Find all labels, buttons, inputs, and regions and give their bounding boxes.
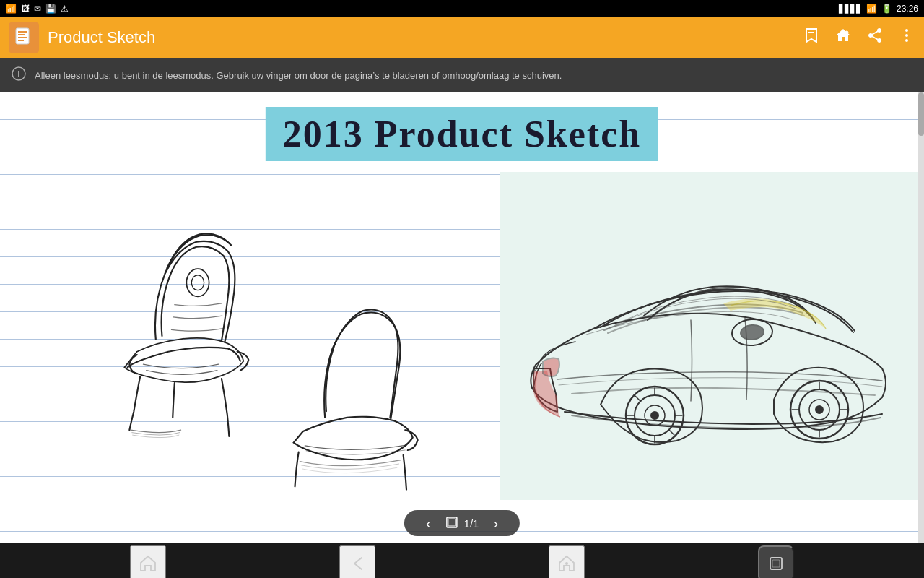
mail-icon: ✉: [34, 4, 41, 14]
app-icon[interactable]: [9, 22, 39, 53]
svg-rect-35: [448, 519, 456, 526]
recents-button[interactable]: [758, 545, 794, 578]
home-outline-button[interactable]: [130, 545, 166, 578]
doc-icon: [13, 27, 35, 48]
status-bar: 📶 🖼 ✉ 💾 ⚠ ▋▋▋▋ 📶 🔋 23:26: [0, 0, 924, 17]
scroll-thumb[interactable]: [918, 92, 924, 136]
svg-rect-2: [18, 34, 25, 35]
home-share-icon[interactable]: [834, 27, 852, 48]
title-highlight: 2013 Product Sketch: [266, 107, 658, 161]
prev-page-button[interactable]: ‹: [419, 514, 438, 532]
left-sketch: [0, 172, 500, 500]
warning-icon: ⚠: [61, 4, 69, 14]
svg-point-13: [191, 275, 204, 290]
svg-rect-1: [18, 31, 27, 33]
svg-rect-4: [18, 40, 24, 41]
title-section: 2013 Product Sketch: [266, 107, 658, 161]
svg-line-27: [669, 430, 674, 435]
drive-icon: 💾: [45, 4, 56, 14]
gallery-icon: 🖼: [21, 4, 30, 14]
status-left: 📶 🖼 ✉ 💾 ⚠: [6, 4, 69, 14]
svg-point-8: [905, 34, 908, 37]
info-bar: i Alleen leesmodus: u bent in de leesmod…: [0, 58, 924, 92]
toolbar-actions: [803, 27, 915, 48]
main-content: 2013 Product Sketch: [0, 92, 924, 543]
status-right: ▋▋▋▋ 📶 🔋 23:26: [839, 4, 918, 14]
page-icon: [445, 516, 458, 531]
signal-strength-icon: ▋▋▋▋: [839, 4, 862, 14]
share-icon[interactable]: [866, 27, 884, 48]
page-number: 1/1: [464, 517, 479, 530]
page-title: 2013 Product Sketch: [283, 113, 641, 155]
svg-point-17: [651, 412, 658, 419]
svg-point-36: [565, 562, 568, 565]
bookmark-icon[interactable]: [803, 27, 820, 48]
svg-text:i: i: [17, 69, 19, 79]
toolbar-title: Product Sketch: [48, 28, 794, 47]
svg-line-26: [635, 396, 640, 401]
svg-point-21: [816, 406, 823, 413]
wifi-icon: 📶: [866, 4, 877, 14]
sketches-area: [0, 172, 918, 500]
svg-point-7: [905, 29, 908, 32]
scroll-bar[interactable]: [918, 92, 924, 543]
chair-sketch-svg: [7, 179, 492, 493]
battery-icon: 🔋: [881, 4, 892, 14]
home-button[interactable]: [549, 545, 585, 578]
svg-point-33: [740, 324, 764, 341]
page-navigator[interactable]: ‹ 1/1 ›: [404, 510, 520, 536]
notebook-area: 2013 Product Sketch: [0, 92, 924, 543]
page-info: 1/1: [438, 516, 487, 531]
bottom-nav-bar: [0, 543, 924, 578]
app-toolbar: Product Sketch: [0, 17, 924, 58]
next-page-button[interactable]: ›: [486, 514, 505, 532]
svg-rect-38: [772, 560, 780, 567]
readonly-message: Alleen leesmodus: u bent in de leesmodus…: [35, 70, 562, 81]
svg-point-6: [845, 31, 848, 34]
time-display: 23:26: [897, 4, 918, 14]
info-icon: i: [12, 66, 26, 85]
svg-rect-0: [16, 28, 29, 44]
car-sketch-svg: [500, 172, 918, 500]
back-button[interactable]: [339, 545, 375, 578]
svg-rect-3: [18, 37, 27, 38]
more-options-icon[interactable]: [898, 27, 915, 48]
svg-point-12: [186, 269, 209, 296]
signal-icon: 📶: [6, 4, 17, 14]
right-sketch: [500, 172, 918, 500]
svg-point-9: [905, 39, 908, 42]
svg-rect-5: [808, 32, 814, 33]
